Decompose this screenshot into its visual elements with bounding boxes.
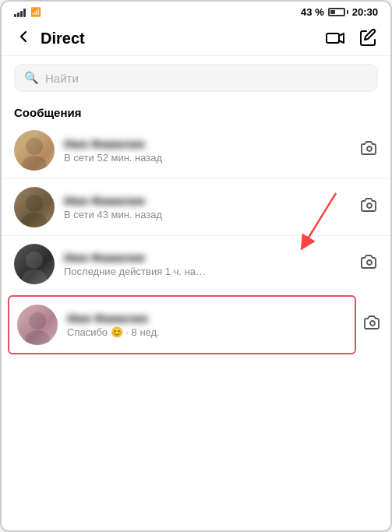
status-left: 📶	[14, 7, 41, 17]
svg-point-11	[25, 330, 50, 345]
message-name-3: Имя Фамилия	[64, 251, 351, 264]
message-item-4-wrapper: Имя Фамилия Спасибо 😊 · 8 нед.	[2, 292, 390, 359]
avatar-3	[14, 244, 55, 284]
phone-frame: 📶 43 % 20:30 Direct	[0, 0, 392, 532]
svg-point-5	[22, 213, 47, 227]
search-placeholder: Найти	[45, 72, 79, 85]
message-name-2: Имя Фамилия	[64, 194, 351, 207]
status-bar: 📶 43 % 20:30	[2, 2, 390, 21]
message-name-1: Имя Фамилия	[64, 137, 351, 150]
message-preview-3: Последние действия 1 ч. на…	[64, 266, 351, 277]
svg-point-8	[22, 270, 47, 284]
camera-button-4[interactable]	[356, 315, 384, 336]
message-item-1[interactable]: Имя Фамилия В сети 52 мин. назад	[2, 122, 390, 178]
svg-point-4	[26, 195, 43, 212]
svg-point-3	[367, 146, 372, 151]
time-display: 20:30	[352, 6, 378, 18]
status-right: 43 % 20:30	[301, 6, 378, 18]
message-item-3[interactable]: Имя Фамилия Последние действия 1 ч. на…	[2, 235, 390, 292]
camera-button-1[interactable]	[361, 140, 378, 161]
battery-icon	[328, 8, 348, 16]
search-icon: 🔍	[24, 71, 39, 85]
compose-button[interactable]	[358, 28, 378, 48]
header: Direct	[2, 21, 390, 56]
header-icons	[325, 28, 378, 48]
svg-point-9	[367, 260, 372, 265]
page-title: Direct	[41, 30, 325, 48]
message-preview-2: В сети 43 мин. назад	[64, 209, 351, 220]
message-content-2: Имя Фамилия В сети 43 мин. назад	[64, 194, 351, 220]
svg-point-6	[367, 203, 372, 208]
battery-percent: 43 %	[301, 6, 324, 18]
svg-point-2	[22, 156, 47, 171]
message-name-4: Имя Фамилия	[67, 312, 347, 325]
message-content-1: Имя Фамилия В сети 52 мин. назад	[64, 137, 351, 164]
video-call-button[interactable]	[325, 28, 345, 48]
search-container: 🔍 Найти	[2, 56, 390, 100]
avatar-1	[14, 130, 55, 171]
svg-point-7	[26, 252, 43, 269]
avatar-2	[14, 187, 55, 227]
message-item-2[interactable]: Имя Фамилия В сети 43 мин. назад	[2, 178, 390, 235]
camera-button-3[interactable]	[361, 254, 378, 275]
message-item-4[interactable]: Имя Фамилия Спасибо 😊 · 8 нед.	[8, 295, 356, 354]
avatar-4	[17, 305, 58, 345]
camera-button-2[interactable]	[361, 197, 378, 218]
message-preview-4: Спасибо 😊 · 8 нед.	[67, 326, 347, 338]
message-preview-1: В сети 52 мин. назад	[64, 152, 351, 164]
message-content-3: Имя Фамилия Последние действия 1 ч. на…	[64, 251, 351, 277]
svg-point-12	[370, 321, 375, 326]
svg-point-1	[26, 138, 43, 155]
wifi-icon: 📶	[30, 7, 41, 17]
message-content-4: Имя Фамилия Спасибо 😊 · 8 нед.	[67, 312, 347, 338]
svg-rect-0	[327, 33, 339, 43]
svg-point-10	[29, 312, 46, 329]
message-list: Имя Фамилия В сети 52 мин. назад Имя Фам…	[2, 122, 390, 530]
search-box[interactable]: 🔍 Найти	[14, 64, 378, 92]
signal-icon	[14, 8, 26, 17]
messages-section-label: Сообщения	[2, 100, 390, 122]
back-button[interactable]	[14, 27, 33, 49]
